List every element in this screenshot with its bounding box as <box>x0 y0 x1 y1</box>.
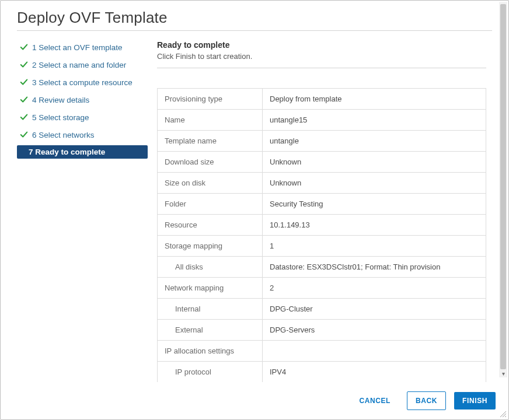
table-row: Download sizeUnknown <box>158 152 486 173</box>
summary-key: Provisioning type <box>158 89 263 110</box>
summary-value: Security Testing <box>263 194 486 215</box>
summary-key: IP protocol <box>158 362 263 383</box>
summary-key: Internal <box>158 299 263 320</box>
summary-value <box>263 341 486 362</box>
content-divider <box>157 68 486 68</box>
summary-key: Download size <box>158 152 263 173</box>
content-subtext: Click Finish to start creation. <box>157 52 486 61</box>
summary-value: 10.1.149.13 <box>263 215 486 236</box>
summary-key: Storage mapping <box>158 236 263 257</box>
wizard-step-4[interactable]: 4 Review details <box>17 93 148 107</box>
check-icon <box>19 95 29 104</box>
wizard-step-label: 4 Review details <box>32 96 89 104</box>
wizard-step-label: 5 Select storage <box>32 113 89 122</box>
wizard-step-label: 7 Ready to complete <box>29 148 105 156</box>
check-icon <box>19 78 29 87</box>
check-icon <box>19 113 29 122</box>
table-row: Template nameuntangle <box>158 131 486 152</box>
columns: 1 Select an OVF template2 Select a name … <box>17 40 492 382</box>
table-row: Size on diskUnknown <box>158 173 486 194</box>
wizard-steps: 1 Select an OVF template2 Select a name … <box>17 40 151 382</box>
resize-grip-icon[interactable] <box>500 411 507 418</box>
summary-value: Unknown <box>263 152 486 173</box>
summary-key: Resource <box>158 215 263 236</box>
summary-value: DPG-Servers <box>263 320 486 341</box>
deploy-ovf-dialog: Deploy OVF Template 1 Select an OVF temp… <box>0 0 509 420</box>
step-content: Ready to complete Click Finish to start … <box>151 40 492 382</box>
wizard-step-7: 7 Ready to complete <box>17 145 148 159</box>
check-icon <box>19 43 29 52</box>
summary-value: IPV4 <box>263 362 486 383</box>
summary-value: DPG-Cluster <box>263 299 486 320</box>
summary-value: untangle <box>263 131 486 152</box>
wizard-step-label: 3 Select a compute resource <box>32 78 133 87</box>
wizard-step-label: 1 Select an OVF template <box>32 43 123 52</box>
back-button[interactable]: BACK <box>407 391 446 410</box>
wizard-step-1[interactable]: 1 Select an OVF template <box>17 40 148 54</box>
table-row: All disksDatastore: ESX3DSClstr01; Forma… <box>158 257 486 278</box>
content-heading: Ready to complete <box>157 40 486 50</box>
summary-value: Unknown <box>263 173 486 194</box>
summary-value: Deploy from template <box>263 89 486 110</box>
scrollbar-down-arrow[interactable]: ▾ <box>499 370 507 377</box>
summary-value: 2 <box>263 278 486 299</box>
summary-value: Datastore: ESX3DSClstr01; Format: Thin p… <box>263 257 486 278</box>
check-icon <box>19 130 29 139</box>
cancel-button[interactable]: CANCEL <box>351 392 399 410</box>
summary-value: 1 <box>263 236 486 257</box>
summary-value: untangle15 <box>263 110 486 131</box>
title-divider <box>17 30 492 31</box>
wizard-step-label: 6 Select networks <box>32 131 95 139</box>
check-icon <box>19 60 29 69</box>
summary-key: Template name <box>158 131 263 152</box>
scrollbar-thumb[interactable] <box>500 4 506 369</box>
summary-key: Name <box>158 110 263 131</box>
table-row: IP allocation settings <box>158 341 486 362</box>
summary-key: External <box>158 320 263 341</box>
table-row: ExternalDPG-Servers <box>158 320 486 341</box>
table-row: Provisioning typeDeploy from template <box>158 89 486 110</box>
dialog-body: Deploy OVF Template 1 Select an OVF temp… <box>1 1 508 382</box>
wizard-step-6[interactable]: 6 Select networks <box>17 128 148 142</box>
summary-key: Folder <box>158 194 263 215</box>
summary-key: Size on disk <box>158 173 263 194</box>
table-row: Nameuntangle15 <box>158 110 486 131</box>
wizard-step-label: 2 Select a name and folder <box>32 61 126 69</box>
table-row: Network mapping2 <box>158 278 486 299</box>
summary-scroll[interactable]: Provisioning typeDeploy from templateNam… <box>157 88 486 382</box>
summary-key: Network mapping <box>158 278 263 299</box>
wizard-step-3[interactable]: 3 Select a compute resource <box>17 75 148 89</box>
dialog-scrollbar[interactable]: ▾ <box>499 2 507 377</box>
table-row: Storage mapping1 <box>158 236 486 257</box>
wizard-step-2[interactable]: 2 Select a name and folder <box>17 58 148 72</box>
summary-key: IP allocation settings <box>158 341 263 362</box>
summary-key: All disks <box>158 257 263 278</box>
dialog-footer: CANCEL BACK FINISH <box>1 382 508 419</box>
table-row: InternalDPG-Cluster <box>158 299 486 320</box>
table-row: IP protocolIPV4 <box>158 362 486 383</box>
dialog-title: Deploy OVF Template <box>17 9 492 27</box>
finish-button[interactable]: FINISH <box>454 392 496 410</box>
summary-table: Provisioning typeDeploy from templateNam… <box>157 88 486 382</box>
wizard-step-5[interactable]: 5 Select storage <box>17 110 148 124</box>
table-row: Resource10.1.149.13 <box>158 215 486 236</box>
table-row: FolderSecurity Testing <box>158 194 486 215</box>
